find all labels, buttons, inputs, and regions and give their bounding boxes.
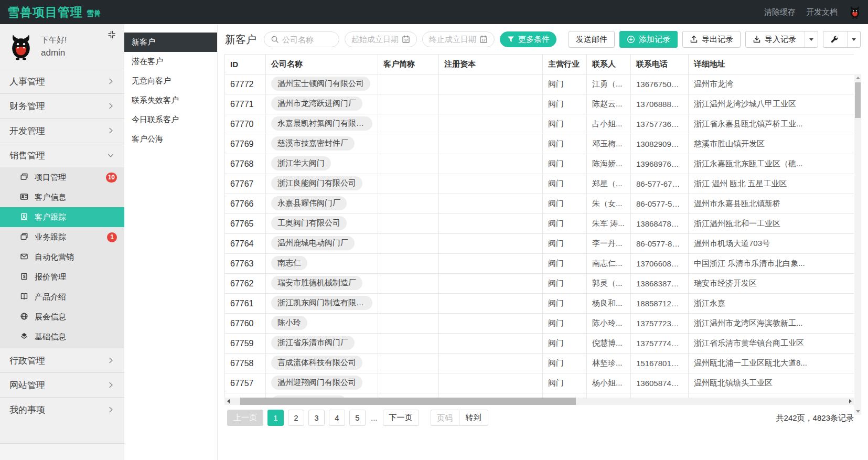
sidebar-item-业务跟踪[interactable]: 业务跟踪1 — [0, 227, 124, 247]
add-record-button[interactable]: 添加记录 — [619, 31, 678, 48]
import-records-button[interactable]: 导入记录 — [745, 31, 818, 48]
scroll-up-icon[interactable] — [854, 74, 861, 81]
category-item-新客户[interactable]: 新客户 — [124, 33, 217, 52]
sidebar-item-label: 客户信息 — [35, 192, 66, 202]
cell-address: 温州瓯北镇塘头工业区 — [689, 373, 854, 393]
sidebar-group-销售管理[interactable]: 销售管理 — [0, 143, 124, 167]
company-search-box[interactable] — [264, 31, 339, 47]
sidebar-group-财务管理[interactable]: 财务管理 — [0, 93, 124, 118]
tools-button[interactable] — [823, 31, 861, 48]
end-date-filter[interactable]: 终止成立日期 17 — [422, 31, 495, 47]
table-row[interactable]: 67766永嘉县耀伟阀门厂阀门朱（女...86-0577-57753789温州市… — [225, 194, 854, 214]
table-row[interactable]: 67761浙江凯东阀门制造有限公司阀门杨良和...18858712277浙江永嘉 — [225, 294, 854, 314]
sidebar-group-人事管理[interactable]: 人事管理 — [0, 69, 124, 93]
send-mail-button[interactable]: 发送邮件 — [569, 31, 615, 48]
page-button-1[interactable]: 1 — [267, 410, 284, 426]
table-row[interactable]: 67768浙江华大阀门阀门陈海娇...13968976956浙江永嘉瓯北东瓯工业… — [225, 154, 854, 174]
category-item-客户公海[interactable]: 客户公海 — [124, 130, 217, 149]
category-item-无意向客户[interactable]: 无意向客户 — [124, 71, 217, 91]
company-name-tag: 浙江华大阀门 — [271, 156, 331, 170]
dropdown-caret[interactable] — [805, 31, 818, 47]
greeting-text: 下午好! — [41, 35, 67, 45]
table-row[interactable]: 67765工奥阀门有限公司阀门朱军 涛...13868478705浙江温州瓯北和… — [225, 214, 854, 234]
sidebar-item-报价管理[interactable]: $报价管理 — [0, 267, 124, 287]
table-row[interactable]: 67759浙江省乐清市阀门厂阀门倪慧博...13757774253浙江省乐清市黄… — [225, 334, 854, 354]
search-icon — [271, 35, 279, 44]
page-button-3[interactable]: 3 — [308, 410, 325, 426]
table-row[interactable]: 67763南志仁阀门南志仁...13706608516中国浙江 乐清市乐清市北白… — [225, 254, 854, 274]
horizontal-scrollbar[interactable] — [224, 398, 854, 405]
cell-capital — [439, 334, 543, 354]
cell-id: 67764 — [225, 234, 266, 254]
header-links: 清除缓存开发文档 — [764, 5, 862, 19]
page-button-5[interactable]: 5 — [349, 410, 366, 426]
next-page-button[interactable]: 下一页 — [383, 410, 419, 426]
sidebar-group-我的事项[interactable]: 我的事项 — [0, 397, 124, 422]
sidebar-group-行政管理[interactable]: 行政管理 — [0, 348, 124, 372]
cell-contact: 林坚珍... — [587, 354, 631, 373]
cell-phone: 13757723191 — [631, 314, 689, 334]
company-search-input[interactable] — [282, 35, 333, 44]
company-name-tag: 永嘉县耀伟阀门厂 — [271, 196, 347, 210]
toolbar: 新客户 起始成立日期 17 终止成立日期 17 更多条件 发送邮件添加记录导出记… — [218, 24, 868, 48]
page-number-input[interactable] — [431, 410, 459, 426]
cell-contact: 陈小玲... — [587, 314, 631, 334]
dropdown-caret[interactable] — [847, 31, 860, 47]
table-row[interactable]: 67771温州市龙湾跃进阀门厂阀门陈赵云...13706888237浙江温州龙湾… — [225, 94, 854, 114]
header-link[interactable]: 清除缓存 — [764, 7, 796, 17]
chevron-right-icon — [106, 77, 115, 85]
horizontal-scrollbar-thumb[interactable] — [240, 398, 576, 405]
sidebar-item-项目管理[interactable]: 项目管理10 — [0, 167, 124, 187]
header-avatar-icon[interactable] — [848, 5, 862, 19]
chevron-down-icon — [106, 151, 115, 159]
sidebar-group-开发管理[interactable]: 开发管理 — [0, 118, 124, 143]
cell-industry: 阀门 — [543, 94, 587, 114]
cell-contact: 杨良和... — [587, 294, 631, 314]
category-item-联系失效客户[interactable]: 联系失效客户 — [124, 91, 217, 110]
table-row[interactable]: 67772温州宝士顿阀门有限公司阀门江勇（...13676750362温州市龙湾 — [225, 74, 854, 94]
start-date-filter[interactable]: 起始成立日期 17 — [345, 31, 417, 47]
sidebar-item-客户跟踪[interactable]: 客户跟踪 — [0, 207, 124, 227]
svg-text:17: 17 — [481, 38, 486, 42]
page-button-4[interactable]: 4 — [329, 410, 345, 426]
more-filters-button[interactable]: 更多条件 — [500, 31, 556, 47]
header-link[interactable]: 开发文档 — [806, 7, 838, 17]
table-row[interactable]: 67757温州迎翔阀门有限公司阀门杨小姐...13605874053温州瓯北镇塘… — [225, 373, 854, 393]
quote-icon: $ — [20, 272, 29, 282]
table-row[interactable]: 67762瑞安市胜德机械制造厂阀门郭灵（...13868387823瑞安市经济开… — [225, 274, 854, 294]
svg-text:$: $ — [23, 274, 26, 279]
table-row[interactable]: 67769慈溪市技嘉密封件厂阀门邓玉梅...13082909338慈溪市胜山镇开… — [225, 134, 854, 154]
scroll-left-icon[interactable] — [224, 398, 232, 405]
category-item-今日联系客户[interactable]: 今日联系客户 — [124, 110, 217, 130]
prev-page-button[interactable]: 上一页 — [227, 410, 263, 426]
vertical-scrollbar-thumb[interactable] — [855, 82, 861, 118]
cell-address: 浙江温州龙湾沙城八甲工业区 — [689, 94, 854, 114]
sidebar-item-客户信息[interactable]: 客户信息 — [0, 187, 124, 207]
sidebar-group-网站管理[interactable]: 网站管理 — [0, 372, 124, 397]
table-row[interactable]: 67760陈小玲阀门陈小玲...13757723191浙江温州市龙湾区海滨教新工… — [225, 314, 854, 334]
table-row[interactable]: 67767浙江良能阀门有限公司阀门郑星（...86-577-67312220浙江… — [225, 174, 854, 194]
goto-page-button[interactable]: 转到 — [459, 410, 488, 426]
cell-address: 慈溪市胜山镇开发区 — [689, 134, 854, 154]
vertical-scrollbar[interactable] — [854, 74, 861, 415]
company-name-tag: 工奥阀门有限公司 — [271, 216, 347, 230]
cell-capital — [439, 354, 543, 373]
sidebar-item-展会信息[interactable]: 展会信息 — [0, 307, 124, 327]
table-row[interactable]: 67758言成流体科技有限公司阀门林坚珍...15167801755温州瓯北浦一… — [225, 354, 854, 373]
cell-capital — [439, 74, 543, 94]
scroll-down-icon[interactable] — [854, 408, 861, 415]
category-item-潜在客户[interactable]: 潜在客户 — [124, 52, 217, 71]
sidebar-item-产品介绍[interactable]: 产品介绍 — [0, 287, 124, 307]
cell-contact: 占小姐... — [587, 114, 631, 134]
cell-company: 浙江凯东阀门制造有限公司 — [266, 294, 378, 314]
sidebar-item-自动化营销[interactable]: 自动化营销 — [0, 247, 124, 267]
sidebar-item-基础信息[interactable]: 基础信息 — [0, 327, 124, 347]
scroll-right-icon[interactable] — [846, 398, 854, 405]
collapse-sidebar-icon[interactable] — [108, 30, 116, 39]
table-row[interactable]: 67770永嘉晨凯衬氟阀门有限公司阀门占小姐...13757736365浙江省永… — [225, 114, 854, 134]
export-records-button[interactable]: 导出记录 — [682, 31, 741, 48]
cell-industry: 阀门 — [543, 373, 587, 393]
customer-table: ID公司名称客户简称注册资本主营行业联系人联系电话详细地址67772温州宝士顿阀… — [224, 54, 854, 400]
page-button-2[interactable]: 2 — [288, 410, 304, 426]
table-row[interactable]: 67764温州鹿城电动阀门厂阀门李一丹...86-0577-86873866温州… — [225, 234, 854, 254]
